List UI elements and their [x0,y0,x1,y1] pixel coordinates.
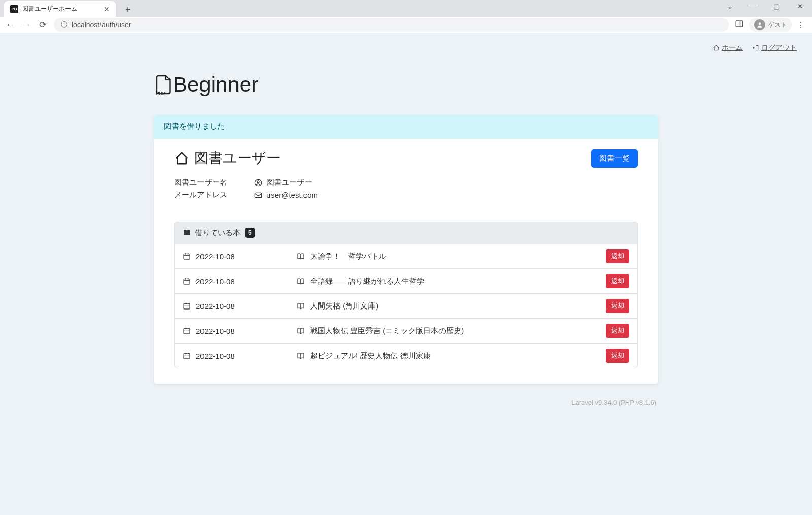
nav-home-link[interactable]: ホーム [713,43,743,52]
list-item: 2022-10-08超ビジュアル! 歴史人物伝 徳川家康返却 [175,344,637,368]
svg-rect-7 [184,254,190,259]
brand-logo: PHP Beginner [154,73,658,97]
profile-label: ゲスト [768,21,787,29]
username-label: 図書ユーザー名 [174,178,254,187]
list-item: 2022-10-08人間失格 (角川文庫)返却 [175,294,637,319]
svg-point-2 [759,22,761,25]
home-outline-icon [174,151,189,166]
return-button[interactable]: 返却 [606,324,629,338]
svg-point-5 [257,181,259,183]
framework-version: Laravel v9.34.0 (PHP v8.1.6) [154,399,658,406]
book-title: 全語録――語り継がれる人生哲学 [310,277,424,286]
username-value: 図書ユーザー [266,178,312,187]
tab-title: 図書ユーザーホーム [22,5,99,13]
list-item: 2022-10-08全語録――語り継がれる人生哲学返却 [175,269,637,294]
book-list-button[interactable]: 図書一覧 [591,149,638,168]
borrow-date: 2022-10-08 [196,252,235,261]
user-circle-icon [254,179,262,187]
open-book-icon [297,327,305,335]
borrow-date: 2022-10-08 [196,352,235,360]
book-title: 人間失格 (角川文庫) [310,301,378,311]
address-bar[interactable]: ⓘ localhost/auth/user [54,18,729,32]
calendar-icon [183,302,191,310]
svg-rect-19 [184,328,190,334]
svg-rect-15 [184,303,190,309]
book-title: 戦国人物伝 豊臣秀吉 (コミック版日本の歴史) [310,326,464,336]
list-header: 借りている本 5 [175,222,637,244]
return-button[interactable]: 返却 [606,299,629,313]
book-title: 大論争！ 哲学バトル [310,252,386,261]
browser-menu-icon[interactable]: ⋮ [797,20,805,30]
return-button[interactable]: 返却 [606,249,629,263]
tab-favicon: PB [10,5,18,13]
new-tab-button[interactable]: + [121,3,135,17]
alert-banner: 図書を借りました [154,115,658,139]
maximize-button[interactable]: ▢ [769,3,784,10]
info-icon: ⓘ [61,20,67,29]
open-book-icon [297,252,305,260]
php-file-icon: PHP [154,74,172,95]
logout-icon [752,44,759,51]
forward-button[interactable]: → [21,20,31,30]
tab-close-icon[interactable]: ✕ [104,5,110,13]
svg-rect-0 [736,21,743,27]
reload-button[interactable]: ⟳ [38,19,48,30]
list-item: 2022-10-08戦国人物伝 豊臣秀吉 (コミック版日本の歴史)返却 [175,319,637,344]
svg-text:PHP: PHP [156,91,166,96]
browser-tab[interactable]: PB 図書ユーザーホーム ✕ [4,1,116,17]
home-icon [713,44,720,51]
borrowed-books-list: 借りている本 5 2022-10-08大論争！ 哲学バトル返却2022-10-0… [174,222,638,368]
email-value: user@test.com [266,191,318,199]
avatar-icon [754,19,765,30]
return-button[interactable]: 返却 [606,349,629,363]
page-title: 図書ユーザー [174,149,281,168]
list-item: 2022-10-08大論争！ 哲学バトル返却 [175,244,637,269]
back-button[interactable]: ← [5,20,15,30]
brand-name: Beginner [173,73,258,97]
open-book-icon [297,302,305,310]
book-solid-icon [183,229,191,237]
url-text: localhost/auth/user [72,21,131,29]
book-title: 超ビジュアル! 歴史人物伝 徳川家康 [310,351,431,361]
close-window-button[interactable]: ✕ [793,3,807,10]
svg-rect-11 [184,279,190,284]
calendar-icon [183,327,191,335]
open-book-icon [297,277,305,285]
calendar-icon [183,252,191,260]
email-label: メールアドレス [174,190,254,200]
tab-dropdown-icon[interactable]: ⌄ [723,3,737,10]
borrow-date: 2022-10-08 [196,277,235,286]
borrow-date: 2022-10-08 [196,302,235,311]
borrow-date: 2022-10-08 [196,327,235,335]
count-badge: 5 [245,228,255,238]
minimize-button[interactable]: — [746,3,760,10]
calendar-icon [183,352,191,360]
return-button[interactable]: 返却 [606,274,629,288]
svg-rect-23 [184,353,190,359]
nav-logout-link[interactable]: ログアウト [752,43,797,52]
profile-button[interactable]: ゲスト [749,18,792,32]
calendar-icon [183,277,191,285]
svg-rect-6 [255,193,261,197]
open-book-icon [297,352,305,360]
side-panel-icon[interactable] [735,19,744,30]
envelope-icon [254,191,262,199]
